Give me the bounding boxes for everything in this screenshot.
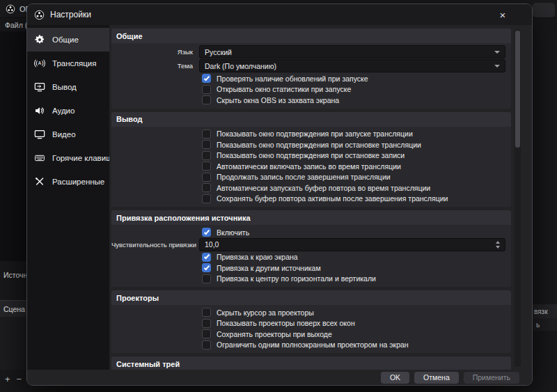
sidebar-item-output[interactable]: Вывод [27,75,109,99]
cancel-button[interactable]: Отмена [414,372,459,384]
content-scrollbar[interactable] [515,29,521,367]
language-label: Язык [111,48,199,56]
checkbox-row[interactable]: Скрыть курсор за проекторы [202,307,511,318]
checkbox[interactable] [202,319,211,328]
table-row-fragment: ь [533,318,557,331]
theme-select[interactable]: Dark (По умолчанию) [199,59,505,72]
checkbox-row[interactable]: Привязка к краю экрана [202,252,511,263]
theme-value: Dark (По умолчанию) [205,62,276,70]
snap-sensitivity-input[interactable]: 10,0 [199,238,505,251]
checkbox-row[interactable]: Автоматически включать запись во время т… [202,161,511,172]
keyboard-icon [33,152,46,164]
checkbox[interactable] [202,183,211,192]
sidebar-item-label: Общие [52,36,79,44]
checkbox-label: Продолжать запись после завершения транс… [217,173,391,181]
add-icon[interactable]: + [5,374,10,384]
checkbox[interactable] [202,85,211,94]
screen: OBS Файл (F) Источники Сцена + − вязк ь … [0,0,557,392]
sidebar-item-stream[interactable]: A Трансляция [27,52,109,75]
checkbox-row[interactable]: Открывать окно статистики при запуске [202,84,511,95]
dialog-footer: OK Отмена Применить [27,370,532,385]
row-fragment-text: ь [536,321,540,329]
checkbox-row[interactable]: Показывать окно подтверждения при остано… [202,139,511,150]
settings-dialog: Настройки × Общие A Трансляция [26,3,533,386]
checkbox-label: Проверять наличие обновлений при запуске [217,75,368,83]
section-output: Вывод Показывать окно подтверждения при … [111,112,511,207]
settings-sidebar: Общие A Трансляция Вывод [27,25,109,370]
section-tray: Системный трей [111,356,511,370]
checkbox[interactable] [202,74,211,83]
checkbox[interactable] [202,228,211,237]
monitor-icon [33,128,46,141]
checkbox[interactable] [202,329,211,338]
checkbox-row[interactable]: Включить [202,227,511,238]
checkbox-label: Ограничить одним полноэкранным проекторо… [217,340,409,349]
gear-icon [33,33,46,46]
checkbox-label: Показывать окно подтверждения при остано… [217,141,421,149]
chevron-down-icon [494,51,500,54]
checkbox[interactable] [202,130,211,139]
scene-list-item[interactable]: Сцена [0,300,26,317]
sidebar-item-label: Расширенные [52,178,104,186]
sidebar-item-label: Трансляция [52,59,96,68]
section-projectors: Проекторы Скрыть курсор за проекторы Пок… [111,290,511,353]
checkbox-label: Показывать окно подтверждения при запуск… [217,130,413,138]
check-icon [203,75,209,81]
checkbox-row[interactable]: Сохранять проекторы при выходе [202,329,511,340]
checkbox-row[interactable]: Показывать проекторы поверх всех окон [202,318,511,329]
checkbox[interactable] [202,140,211,149]
sidebar-item-audio[interactable]: Аудио [27,99,109,123]
checkbox-label: Сохранять буфер повтора активным после з… [217,194,448,203]
spin-down-icon[interactable] [496,246,500,249]
obs-logo-icon [6,4,15,14]
checkbox[interactable] [202,162,211,171]
preview-area [0,31,26,261]
section-header: Системный трей [111,356,511,370]
sidebar-item-video[interactable]: Видео [27,123,109,146]
sidebar-item-hotkeys[interactable]: Горячие клавиши [27,146,109,170]
checkbox[interactable] [202,340,211,350]
checkbox-row[interactable]: Показывать окно подтверждения при запуск… [202,129,511,140]
checkbox[interactable] [202,274,211,283]
checkbox-row[interactable]: Привязка к центру по горизонтали и верти… [202,274,511,285]
spin-up-icon[interactable] [496,241,500,244]
checkbox-row[interactable]: Продолжать запись после завершения транс… [202,172,511,183]
scene-list [0,317,26,370]
sidebar-item-label: Вывод [52,83,77,91]
checkbox[interactable] [202,308,211,317]
dialog-title: Настройки [50,10,91,19]
checkbox[interactable] [202,263,211,272]
checkbox-row[interactable]: Привязка к другим источникам [202,262,511,274]
scene-name: Сцена [3,305,25,313]
checkbox[interactable] [202,253,211,262]
checkbox-row[interactable]: Проверять наличие обновлений при запуске [202,73,511,84]
close-button[interactable]: × [473,4,532,25]
snap-sensitivity-label: Чувствительность привязки [111,241,199,249]
sidebar-item-general[interactable]: Общие [27,28,109,52]
sidebar-item-advanced[interactable]: Расширенные [27,170,109,194]
dock-toolbar: + − [0,371,26,386]
remove-icon[interactable]: − [17,374,22,384]
speaker-icon [33,104,46,117]
checkbox-label: Автоматически запускать буфер повтора во… [217,184,430,192]
dialog-titlebar[interactable]: Настройки × [27,4,532,25]
checkbox-row[interactable]: Ограничить одним полноэкранным проекторо… [202,340,511,351]
sidebar-item-label: Аудио [52,107,74,115]
language-select[interactable]: Русский [199,45,505,58]
spinner-arrows[interactable] [496,241,500,249]
checkbox[interactable] [202,173,211,182]
checkbox-row[interactable]: Показывать окно подтверждения при остано… [202,150,511,162]
checkbox-row[interactable]: Сохранять буфер повтора активным после з… [202,194,511,205]
checkbox-row[interactable]: Скрыть окна OBS из захвата экрана [202,95,511,106]
scrollbar-thumb[interactable] [515,31,520,148]
checkbox[interactable] [202,194,211,203]
checkbox-row[interactable]: Автоматически запускать буфер повтора во… [202,182,511,194]
checkbox-label: Привязка к другим источникам [217,264,321,272]
check-icon [203,253,209,260]
apply-button[interactable]: Применить [464,372,519,384]
window-control-button[interactable] [533,3,555,17]
checkbox[interactable] [202,151,211,160]
ok-button[interactable]: OK [381,372,409,384]
checkbox-label: Показывать окно подтверждения при остано… [217,151,405,159]
checkbox[interactable] [202,95,211,104]
